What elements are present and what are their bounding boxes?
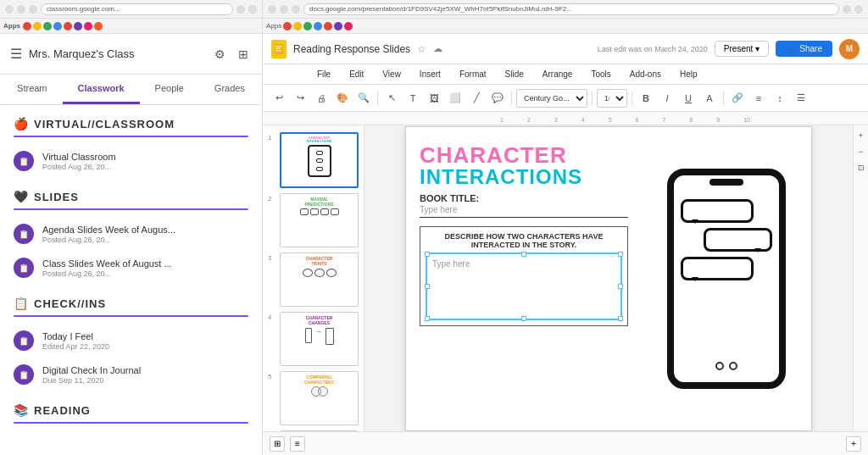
toolbar-cursor[interactable]: ↖ bbox=[382, 89, 401, 108]
present-button[interactable]: Present ▾ bbox=[715, 41, 769, 57]
toolbar-underline[interactable]: U bbox=[679, 89, 698, 108]
toolbar-bold[interactable]: B bbox=[637, 89, 655, 108]
menu-tools[interactable]: Tools bbox=[587, 68, 614, 80]
type-here-box[interactable]: Type here bbox=[432, 259, 615, 269]
handle-tr[interactable] bbox=[618, 252, 623, 257]
list-item[interactable]: 📋 Digital Check In Journal Due Sep 11, 2… bbox=[0, 358, 262, 391]
toolbar-divider-4 bbox=[632, 91, 632, 106]
apps-label[interactable]: Apps bbox=[3, 22, 20, 30]
browser-extensions[interactable] bbox=[248, 5, 257, 14]
toolbar-text-color[interactable]: A bbox=[700, 89, 719, 108]
list-item[interactable]: 📋 Agenda Slides Week of Augus... Posted … bbox=[0, 217, 262, 251]
slide-thumbnail-5[interactable]: 5 COMPARINGCHARACTERS bbox=[268, 371, 359, 425]
side-tool-zoom-in[interactable]: + bbox=[854, 129, 868, 142]
tab-people[interactable]: People bbox=[140, 75, 199, 104]
browser-nav-refresh[interactable] bbox=[29, 5, 37, 14]
section-divider-reading bbox=[14, 422, 248, 424]
toolbar-print[interactable]: 🖨 bbox=[312, 89, 331, 108]
preview-3-title: CHARACTERTRAITS bbox=[283, 256, 355, 266]
url-bar-left[interactable]: classroom.google.com... bbox=[41, 3, 233, 15]
gc-content: 🍎 VIRTUAL//CLASSROOM 📋 Virtual Classroom… bbox=[0, 105, 262, 455]
toolbar-undo[interactable]: ↩ bbox=[270, 89, 288, 108]
toolbar-divider-1 bbox=[377, 91, 378, 106]
item-text-virtual: Virtual Classroom Posted Aug 26, 20... bbox=[42, 152, 248, 171]
menu-addons[interactable]: Add-ons bbox=[626, 68, 665, 80]
tab-grades[interactable]: Grades bbox=[199, 75, 260, 104]
hamburger-menu[interactable]: ☰ bbox=[10, 46, 22, 62]
tab-classwork[interactable]: Classwork bbox=[63, 75, 140, 104]
browser-nav-back-right[interactable] bbox=[268, 5, 276, 14]
preview-bubble-1 bbox=[316, 151, 323, 155]
side-tool-fit[interactable]: ⊡ bbox=[854, 161, 868, 175]
handle-b[interactable] bbox=[521, 316, 526, 321]
share-button[interactable]: 👤 Share bbox=[776, 41, 832, 57]
browser-nav-back[interactable] bbox=[5, 5, 14, 14]
section-title-reading: READING bbox=[34, 404, 91, 417]
handle-bl[interactable] bbox=[425, 316, 430, 321]
slide-thumbnail-4[interactable]: 4 CHARACTERCHANGES → bbox=[268, 312, 359, 366]
url-bar-right[interactable]: docs.google.com/presentation/d/1FD9SV42j… bbox=[303, 3, 839, 15]
tab-stream[interactable]: Stream bbox=[2, 75, 62, 104]
menu-arrange[interactable]: Arrange bbox=[539, 68, 576, 80]
slides-star-icon[interactable]: ☆ bbox=[417, 43, 426, 55]
toolbar-shapes[interactable]: ⬜ bbox=[446, 89, 465, 108]
browser-bookmark-right[interactable] bbox=[843, 5, 851, 14]
toolbar-line[interactable]: ╱ bbox=[467, 89, 486, 108]
section-divider-checkins bbox=[14, 315, 248, 317]
menu-view[interactable]: View bbox=[379, 68, 404, 80]
slides-document-title[interactable]: Reading Response Slides bbox=[293, 43, 410, 55]
slide-number-2: 2 bbox=[268, 195, 276, 203]
menu-slide[interactable]: Slide bbox=[502, 68, 527, 80]
browser-bookmark[interactable] bbox=[236, 5, 245, 14]
apps-label-right[interactable]: Apps bbox=[266, 22, 281, 30]
list-item[interactable]: 📋 Class Slides Week of August ... Posted… bbox=[0, 251, 262, 285]
handle-l[interactable] bbox=[425, 284, 430, 289]
menu-help[interactable]: Help bbox=[676, 68, 701, 80]
browser-nav-forward-right[interactable] bbox=[280, 5, 288, 14]
toolbar-text[interactable]: T bbox=[403, 89, 422, 108]
bottom-list-view[interactable]: ≡ bbox=[290, 436, 305, 452]
bottom-add-slide[interactable]: + bbox=[846, 436, 861, 452]
slide-thumbnail-2[interactable]: 2 MAKINGPREDICTIONS bbox=[268, 193, 359, 247]
font-selector[interactable]: Century Go... bbox=[516, 89, 587, 108]
mini-oval bbox=[314, 269, 325, 277]
toolbar-comment[interactable]: 💬 bbox=[488, 89, 507, 108]
menu-insert[interactable]: Insert bbox=[416, 68, 444, 80]
browser-extensions-right[interactable] bbox=[854, 5, 863, 14]
list-item[interactable]: 📋 Today I Feel Edited Apr 22, 2020 bbox=[0, 324, 262, 358]
toolbar-paint[interactable]: 🎨 bbox=[333, 89, 352, 108]
speech-bubble-group bbox=[681, 192, 772, 280]
slide-thumbnail-1[interactable]: 1 CHARACTERINTERACTIONS bbox=[268, 132, 359, 188]
toolbar-link[interactable]: 🔗 bbox=[728, 89, 747, 108]
browser-nav-refresh-right[interactable] bbox=[292, 5, 300, 14]
handle-r[interactable] bbox=[618, 284, 623, 289]
browser-nav-forward[interactable] bbox=[17, 5, 25, 14]
handle-br[interactable] bbox=[618, 316, 623, 321]
toolbar-line-spacing[interactable]: ↕ bbox=[771, 89, 789, 108]
menu-edit[interactable]: Edit bbox=[346, 68, 367, 80]
bottom-grid-view[interactable]: ⊞ bbox=[270, 436, 285, 452]
list-item[interactable]: 📋 Virtual Classroom Posted Aug 26, 20... bbox=[0, 144, 262, 178]
text-area-editable[interactable]: Type here bbox=[426, 252, 622, 320]
toolbar-italic[interactable]: I bbox=[658, 89, 676, 108]
toolbar-list[interactable]: ☰ bbox=[792, 89, 810, 108]
section-title-virtual: VIRTUAL//CLASSROOM bbox=[34, 118, 175, 130]
font-size-selector[interactable]: 16 bbox=[597, 89, 627, 108]
slide-thumbnail-3[interactable]: 3 CHARACTERTRAITS bbox=[268, 252, 359, 307]
handle-t[interactable] bbox=[521, 252, 526, 257]
item-date-checkin1: Edited Apr 22, 2020 bbox=[42, 342, 248, 351]
slide-number-5: 5 bbox=[268, 373, 276, 380]
menu-file[interactable]: File bbox=[314, 68, 334, 80]
toolbar-redo[interactable]: ↪ bbox=[291, 89, 309, 108]
type-here-book-title[interactable]: Type here bbox=[420, 205, 628, 218]
toolbar-zoom[interactable]: 🔍 bbox=[354, 89, 373, 108]
toolbar-align[interactable]: ≡ bbox=[749, 89, 768, 108]
handle-tl[interactable] bbox=[425, 252, 430, 257]
menu-format[interactable]: Format bbox=[456, 68, 490, 80]
grid-icon[interactable]: ⊞ bbox=[235, 46, 252, 63]
side-tool-zoom-out[interactable]: − bbox=[854, 145, 868, 158]
item-date-slides2: Posted Aug 26, 20... bbox=[42, 269, 248, 278]
user-avatar[interactable]: M bbox=[839, 39, 860, 59]
settings-icon[interactable]: ⚙ bbox=[211, 46, 228, 63]
toolbar-image[interactable]: 🖼 bbox=[425, 89, 443, 108]
